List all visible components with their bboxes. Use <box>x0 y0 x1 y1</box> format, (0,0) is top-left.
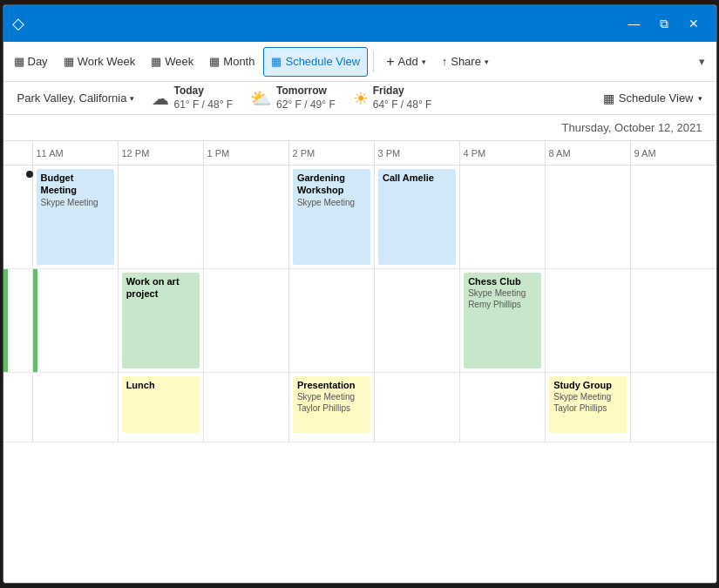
cell-row1-col6[interactable] <box>546 166 631 268</box>
work-week-icon: ▦ <box>64 55 74 68</box>
cell-row3-col6[interactable]: Study Group Skype Meeting Taylor Phillip… <box>546 373 631 442</box>
share-button[interactable]: ↑ Share ▾ <box>435 47 496 77</box>
week-icon: ▦ <box>151 55 161 68</box>
weather-bar: Park Valley, California ▾ ☁ Today 61° F … <box>3 82 716 115</box>
cell-row1-col4[interactable]: Call Amelie <box>375 166 460 268</box>
friday-label: Friday <box>373 84 432 98</box>
cell-row3-col2[interactable] <box>204 373 289 442</box>
cell-row3-col4[interactable] <box>375 373 460 442</box>
add-button[interactable]: + Add ▾ <box>379 47 432 77</box>
schedule-view-button[interactable]: ▦ Schedule View <box>263 47 368 77</box>
schedule-view-label: Schedule View <box>619 91 694 105</box>
budget-meeting-subtitle: Skype Meeting <box>41 197 110 208</box>
cell-row2-col6[interactable] <box>546 269 631 372</box>
toolbar-expand-button[interactable]: ▾ <box>692 51 713 72</box>
weather-tomorrow: ⛅ Tomorrow 62° F / 49° F <box>250 84 336 112</box>
chess-club-title: Chess Club <box>468 275 537 287</box>
cell-row2-col4[interactable] <box>375 269 460 372</box>
call-amelie-event[interactable]: Call Amelie <box>378 169 456 265</box>
time-grid: 11 AM 12 PM 1 PM 2 PM 3 PM 4 PM <box>3 141 716 583</box>
cell-row2-col1[interactable]: Work on art project <box>119 269 204 372</box>
cell-row3-col3[interactable]: Presentation Skype Meeting Taylor Philli… <box>289 373 375 442</box>
chess-club-subtitle1: Skype Meeting <box>468 287 537 299</box>
row-2-label <box>3 269 33 372</box>
time-slot-4pm: 4 PM <box>460 141 546 165</box>
location-selector[interactable]: Park Valley, California ▾ <box>17 91 135 105</box>
time-slot-8am: 8 AM <box>546 141 631 165</box>
time-slot-9am: 9 AM <box>631 141 716 165</box>
study-group-event[interactable]: Study Group Skype Meeting Taylor Phillip… <box>549 376 627 433</box>
date-header: Thursday, October 12, 2021 <box>3 115 716 141</box>
cell-row2-col5[interactable]: Chess Club Skype Meeting Remy Phillips <box>460 269 546 372</box>
gardening-subtitle: Skype Meeting <box>297 197 366 208</box>
calendar-rows: Budget Meeting Skype Meeting Gardening W… <box>3 166 716 583</box>
chess-club-event[interactable]: Chess Club Skype Meeting Remy Phillips <box>464 273 541 368</box>
calendar-view-icon: ▦ <box>603 91 614 105</box>
week-view-button[interactable]: ▦ Week <box>144 47 200 77</box>
tomorrow-temp: 62° F / 49° F <box>276 98 336 112</box>
calendar-row-1: Budget Meeting Skype Meeting Gardening W… <box>3 166 716 269</box>
day-view-button[interactable]: ▦ Day <box>7 47 55 77</box>
side-bar-green <box>3 269 8 372</box>
friday-temp: 64° F / 48° F <box>373 98 432 112</box>
day-icon: ▦ <box>14 55 24 68</box>
work-art-title: Work on art project <box>126 275 195 301</box>
today-label: Today <box>173 84 233 98</box>
title-bar: ◇ — ⧉ ✕ <box>3 5 716 42</box>
schedule-icon: ▦ <box>271 55 281 68</box>
cell-row1-col1[interactable] <box>119 166 204 268</box>
restore-button[interactable]: ⧉ <box>650 10 678 37</box>
lunch-event[interactable]: Lunch <box>122 376 200 433</box>
presentation-title: Presentation <box>297 379 366 391</box>
close-button[interactable]: ✕ <box>680 10 708 37</box>
share-icon: ↑ <box>442 55 448 68</box>
time-slot-3pm: 3 PM <box>375 141 460 165</box>
cell-row2-col2[interactable] <box>204 269 289 372</box>
cell-row3-col1[interactable]: Lunch <box>119 373 204 442</box>
row-1-label <box>3 166 33 268</box>
presentation-event[interactable]: Presentation Skype Meeting Taylor Philli… <box>293 376 370 433</box>
plus-icon: + <box>386 54 394 70</box>
schedule-view-chevron-icon: ▾ <box>698 94 702 103</box>
gardening-title: Gardening Workshop <box>297 172 366 197</box>
time-header-row: 11 AM 12 PM 1 PM 2 PM 3 PM 4 PM <box>3 141 716 166</box>
location-chevron-icon: ▾ <box>130 94 134 103</box>
work-art-event[interactable]: Work on art project <box>122 273 200 368</box>
cell-row1-col0[interactable]: Budget Meeting Skype Meeting <box>33 166 119 268</box>
cell-row1-col3[interactable]: Gardening Workshop Skype Meeting <box>289 166 375 268</box>
cell-row3-col0[interactable] <box>33 373 119 442</box>
budget-meeting-event[interactable]: Budget Meeting Skype Meeting <box>37 169 114 265</box>
window-controls: — ⧉ ✕ <box>621 10 708 37</box>
app-icon: ◇ <box>12 14 24 33</box>
cell-row1-col2[interactable] <box>204 166 289 268</box>
calendar-row-3: Lunch Presentation Skype Meeting Taylor … <box>3 373 716 443</box>
cell-row1-col7[interactable] <box>631 166 716 268</box>
cell-row1-col5[interactable] <box>460 166 546 268</box>
work-week-view-button[interactable]: ▦ Work Week <box>57 47 143 77</box>
call-amelie-title: Call Amelie <box>383 172 451 184</box>
gardening-workshop-event[interactable]: Gardening Workshop Skype Meeting <box>293 169 370 265</box>
event-side-bar <box>33 269 37 372</box>
time-label-col-header <box>3 141 33 165</box>
cell-row3-col5[interactable] <box>460 373 546 442</box>
minimize-button[interactable]: — <box>621 10 648 37</box>
cell-row3-col7[interactable] <box>631 373 716 442</box>
cell-row2-col3[interactable] <box>289 269 375 372</box>
study-group-subtitle2: Taylor Phillips <box>553 402 622 414</box>
cell-row2-col0[interactable] <box>33 269 119 372</box>
week-label: Week <box>165 55 193 68</box>
weather-friday: ☀ Friday 64° F / 48° F <box>353 84 432 112</box>
schedule-view-selector[interactable]: ▦ Schedule View ▾ <box>603 91 702 105</box>
location-name: Park Valley, California <box>17 91 127 105</box>
row-3-label <box>3 373 33 442</box>
study-group-title: Study Group <box>553 379 622 391</box>
month-view-button[interactable]: ▦ Month <box>202 47 261 77</box>
time-slot-11am: 11 AM <box>33 141 119 165</box>
today-temp: 61° F / 48° F <box>173 98 233 112</box>
separator-1 <box>373 51 374 72</box>
cell-row2-col7[interactable] <box>631 269 716 372</box>
time-slot-1pm: 1 PM <box>204 141 289 165</box>
main-window: ◇ — ⧉ ✕ ▦ Day ▦ Work Week ▦ Week ▦ Month… <box>3 4 717 584</box>
lunch-title: Lunch <box>126 379 195 391</box>
chess-club-subtitle2: Remy Phillips <box>468 299 537 310</box>
